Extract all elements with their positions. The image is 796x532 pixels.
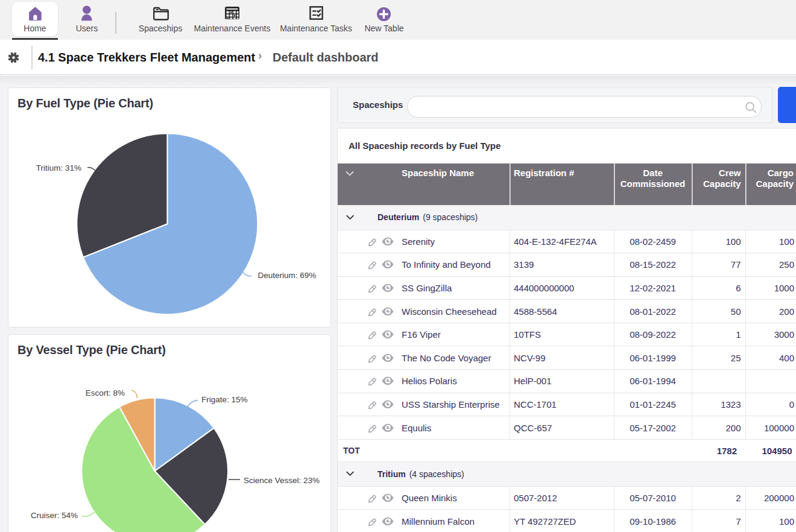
- svg-text:Escort: 8%: Escort: 8%: [86, 388, 125, 397]
- svg-text:Cruiser: 54%: Cruiser: 54%: [31, 511, 78, 520]
- svg-text:Frigate: 15%: Frigate: 15%: [201, 395, 248, 404]
- svg-text:Deuterium: 69%: Deuterium: 69%: [258, 271, 317, 280]
- svg-text:Tritium: 31%: Tritium: 31%: [36, 163, 81, 173]
- svg-text:Science Vessel: 23%: Science Vessel: 23%: [244, 476, 320, 485]
